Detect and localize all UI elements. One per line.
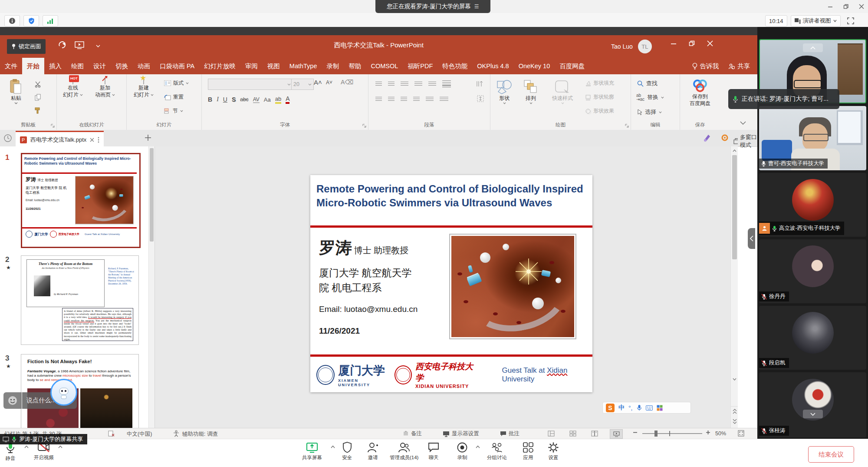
sogou-logo-icon[interactable]: S bbox=[606, 404, 615, 412]
font-dialog-launcher-icon[interactable] bbox=[362, 124, 366, 128]
text-fit-icon[interactable] bbox=[477, 95, 485, 103]
bold-button[interactable]: B bbox=[208, 96, 212, 103]
canvas-scrollbar-thumb[interactable] bbox=[732, 155, 737, 259]
tab-draw[interactable]: 绘图 bbox=[66, 58, 89, 74]
ppt-minimize-icon[interactable] bbox=[671, 40, 677, 46]
slide1-thumbnail[interactable]: Remote Powering and Control of Biologica… bbox=[21, 153, 141, 248]
chat-button[interactable]: 聊天 bbox=[428, 442, 439, 461]
new-slide-button[interactable]: 新建 幻灯片 bbox=[134, 78, 154, 98]
skin-toolbox-icon[interactable] bbox=[657, 405, 663, 411]
emoji-button[interactable] bbox=[3, 392, 22, 409]
shapes-button[interactable]: 形状 bbox=[496, 79, 513, 104]
tab-help[interactable]: 帮助 bbox=[344, 58, 366, 74]
video-tile-zhangguitao[interactable]: 张桂涛 bbox=[759, 372, 866, 437]
shape-effects-button[interactable]: 形状效果 bbox=[585, 107, 614, 115]
zoom-slider[interactable] bbox=[642, 433, 702, 434]
accessibility-status[interactable]: 辅助功能: 调查 bbox=[182, 431, 218, 438]
network-signal-icon[interactable] bbox=[43, 15, 58, 26]
fullscreen-icon[interactable] bbox=[844, 16, 857, 26]
reading-view-icon[interactable] bbox=[591, 431, 598, 437]
robot-assistant-icon[interactable] bbox=[50, 379, 77, 406]
account-area[interactable]: Tao Luo TL bbox=[611, 40, 652, 53]
layout-button[interactable]: 版式 bbox=[164, 79, 189, 87]
online-slides-button[interactable]: HOT 在线 幻灯片 bbox=[63, 78, 83, 98]
slide-sorter-icon[interactable] bbox=[569, 431, 576, 437]
new-animation-page-button[interactable]: 新加 动画页 bbox=[95, 78, 115, 98]
tab-transitions[interactable]: 切换 bbox=[111, 58, 133, 74]
tab-baidu-pan[interactable]: 百度网盘 bbox=[555, 58, 589, 74]
replace-button[interactable]: ab⇥ac 替换 bbox=[636, 93, 664, 101]
plugin-gear-icon[interactable] bbox=[720, 133, 729, 142]
zoom-out-icon[interactable] bbox=[633, 430, 638, 435]
record-more-icon[interactable] bbox=[476, 445, 480, 448]
highlight-button[interactable]: ab bbox=[275, 96, 281, 104]
normal-view-icon[interactable] bbox=[548, 431, 555, 437]
invite-button[interactable]: 邀请 bbox=[367, 442, 378, 461]
thumbnail-scrollbar-thumb[interactable] bbox=[150, 148, 154, 242]
tab-slideshow[interactable]: 幻灯片放映 bbox=[199, 58, 240, 74]
italic-button[interactable]: I bbox=[217, 96, 219, 103]
view-mode-button[interactable]: 演讲者视图 bbox=[791, 15, 841, 26]
tab-comsol[interactable]: COMSOL bbox=[366, 58, 403, 74]
video-tile-duanqikai[interactable]: 段启凯 bbox=[759, 306, 866, 370]
history-icon[interactable] bbox=[3, 134, 12, 142]
cut-icon[interactable] bbox=[34, 80, 42, 88]
comments-button[interactable]: 批注 bbox=[500, 430, 519, 437]
save-baidu-button[interactable]: 保存到 百度网盘 bbox=[685, 79, 715, 106]
video-tile-caoke[interactable]: 曹可-西安电子科技大学 bbox=[759, 106, 866, 170]
end-meeting-button[interactable]: 结束会议 bbox=[808, 446, 854, 463]
expand-tiles-button[interactable] bbox=[803, 410, 823, 418]
camera-button[interactable]: 开启视频 bbox=[34, 442, 54, 461]
mute-button[interactable]: 静音 bbox=[5, 442, 16, 462]
paste-button[interactable]: 粘贴 bbox=[10, 79, 23, 104]
align-center-icon[interactable] bbox=[388, 97, 395, 102]
spellcheck-icon[interactable] bbox=[108, 430, 115, 437]
video-tile-gaolibo[interactable]: 高立波-西安电子科技大学 bbox=[759, 173, 866, 237]
line-spacing-icon[interactable] bbox=[428, 82, 436, 86]
share-screen-button[interactable]: 共享屏幕 bbox=[302, 442, 322, 461]
justify-icon[interactable] bbox=[413, 97, 420, 102]
thumbnail-scrollbar[interactable] bbox=[148, 146, 155, 428]
numbering-icon[interactable] bbox=[388, 82, 395, 86]
align-right-icon[interactable] bbox=[401, 97, 407, 102]
apps-button[interactable]: 应用 bbox=[523, 442, 534, 461]
sidebar-collapse-handle[interactable] bbox=[748, 228, 755, 249]
grow-font-button[interactable]: A˄ bbox=[314, 79, 322, 86]
security-button[interactable]: 安全 bbox=[342, 442, 352, 461]
share-more-icon[interactable] bbox=[331, 445, 335, 448]
tab-insert[interactable]: 插入 bbox=[44, 58, 66, 74]
tell-me-button[interactable]: 告诉我 bbox=[687, 58, 724, 74]
close-icon[interactable] bbox=[855, 2, 868, 11]
scroll-up-icon[interactable] bbox=[731, 147, 738, 154]
tab-foxit-pdf[interactable]: 福昕PDF bbox=[403, 58, 437, 74]
minimize-icon[interactable] bbox=[824, 2, 837, 11]
restore-icon[interactable] bbox=[839, 2, 852, 11]
fit-to-window-icon[interactable] bbox=[738, 430, 744, 437]
tab-more-icon[interactable] bbox=[98, 137, 99, 143]
font-name-combo[interactable] bbox=[208, 79, 293, 90]
language-status[interactable]: 中文(中国) bbox=[127, 431, 152, 438]
members-button[interactable]: 管理成员(14) bbox=[390, 442, 418, 461]
format-painter-icon[interactable] bbox=[34, 106, 42, 114]
zoom-slider-thumb[interactable] bbox=[654, 431, 658, 437]
canvas-scrollbar[interactable] bbox=[730, 146, 738, 428]
accessibility-icon[interactable] bbox=[173, 430, 180, 437]
select-button[interactable]: 选择 bbox=[637, 108, 662, 116]
decrease-indent-icon[interactable] bbox=[401, 82, 408, 86]
section-button[interactable]: 节 bbox=[164, 107, 183, 115]
previous-slide-icon[interactable] bbox=[731, 406, 738, 416]
clear-formatting-button[interactable]: A⌫ bbox=[341, 79, 353, 86]
notes-button[interactable]: 备注 bbox=[403, 430, 422, 437]
doc-tab[interactable]: P 西电学术交流Talk.pptx bbox=[16, 131, 104, 148]
clipboard-dialog-launcher-icon[interactable] bbox=[51, 124, 55, 128]
font-size-combo[interactable]: 20 bbox=[291, 79, 314, 90]
convert-smartart-icon[interactable] bbox=[440, 97, 448, 102]
ppt-restore-icon[interactable] bbox=[689, 40, 695, 46]
scroll-down-icon[interactable] bbox=[731, 376, 738, 382]
settings-button[interactable]: 设置 bbox=[548, 442, 559, 461]
info-icon[interactable] bbox=[4, 15, 20, 26]
new-tab-icon[interactable] bbox=[144, 134, 152, 142]
mute-more-icon[interactable] bbox=[24, 445, 29, 448]
tab-review[interactable]: 审阅 bbox=[240, 58, 263, 74]
columns-icon[interactable] bbox=[426, 97, 434, 102]
